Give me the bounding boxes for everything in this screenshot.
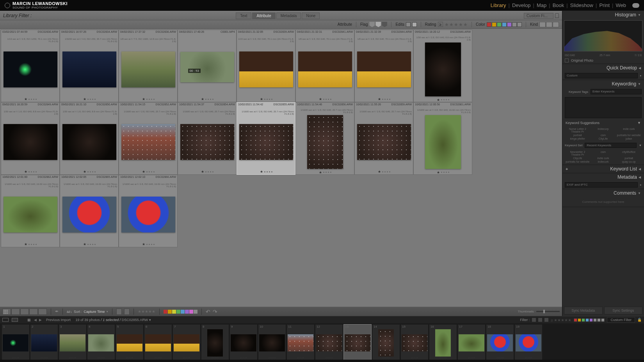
cell-rating[interactable]: ★ — [178, 96, 236, 102]
flag-pick-button[interactable] — [116, 309, 122, 315]
filmstrip-color-swatch[interactable] — [582, 318, 585, 322]
filmstrip-cell[interactable]: 4· · · · · — [87, 324, 115, 360]
grid-icon[interactable]: ▦ — [27, 318, 31, 322]
people-view-button[interactable] — [38, 309, 47, 315]
filmstrip-cell[interactable]: 3· · · · · — [59, 324, 87, 360]
grid-cell[interactable]: 04/02/2021 17:40:26C0001.MP400 : 53★ — [178, 30, 237, 102]
sort-dropdown[interactable]: Capture Time — [84, 310, 105, 314]
toolbar-color-swatch[interactable] — [172, 310, 176, 314]
filmstrip-color-swatch[interactable] — [578, 318, 581, 322]
filmstrip-thumbnail[interactable] — [174, 334, 199, 351]
grid-cell[interactable]: 09/02/2021 18:20:12DSC02846.ARW1/30 sec … — [413, 30, 472, 102]
cell-rating[interactable]: ★ — [178, 169, 236, 174]
filmstrip-color-swatch[interactable] — [601, 318, 605, 322]
grid-view[interactable]: 03/02/2021 07:44:59DSC02830.ARW1/13 sec … — [0, 29, 562, 307]
quick-develop-header[interactable]: Quick Develop◀ — [562, 64, 644, 72]
histogram-header[interactable]: Histogram▼ — [562, 11, 644, 19]
filmstrip-thumbnail[interactable] — [117, 334, 142, 351]
cell-rating[interactable]: ★ — [296, 96, 354, 102]
grid-cell[interactable]: 10/02/2021 11:55:26DSC02859.ARW1/1600 se… — [354, 102, 413, 175]
filmstrip-cell[interactable]: 7· · · · · — [173, 324, 201, 360]
filmstrip-cell[interactable]: 17· · · · · — [457, 324, 486, 360]
color-filter-swatch[interactable] — [507, 22, 512, 27]
grid-cell[interactable]: 10/02/2021 12:00:56DSC02861.ARW1/1600 se… — [413, 102, 472, 175]
thumbnail[interactable] — [180, 124, 234, 160]
cell-rating[interactable]: ★ — [119, 169, 177, 174]
nav-back-icon[interactable]: ◀ — [34, 318, 38, 322]
grid-cell[interactable]: 04/02/2021 16:57:26DSC02834.ARW1/3200 se… — [60, 30, 119, 102]
filmstrip-thumbnail[interactable] — [31, 334, 57, 351]
filmstrip-thumbnail[interactable] — [288, 334, 313, 351]
grid-cell[interactable]: 04/02/2021 21:32:05DSC02839.ARW1/15 sec … — [237, 30, 295, 102]
cell-rating[interactable]: ★ — [60, 241, 118, 247]
grid-cell[interactable]: 04/02/2021 17:37:32DSC02836.ARW1/8 sec a… — [119, 30, 178, 102]
grid-cell[interactable]: 10/02/2021 12:02:10DSC02866.ARW1/1600 se… — [119, 175, 178, 247]
survey-view-button[interactable] — [29, 309, 38, 315]
filmstrip-thumbnail[interactable] — [231, 334, 256, 351]
keyword-suggestion[interactable]: cityliftoffice — [617, 151, 641, 156]
cell-rating[interactable]: ★ — [355, 169, 413, 174]
filter-preset-dropdown[interactable]: Custom Fi... — [524, 13, 553, 19]
grid-cell[interactable]: 04/02/2021 21:32:31DSC02841.ARW1/8 sec a… — [295, 30, 354, 102]
color-filter-swatch[interactable] — [492, 22, 496, 27]
filmstrip-thumbnail[interactable] — [3, 334, 28, 351]
lock-icon[interactable] — [555, 13, 559, 18]
filmstrip-cell[interactable]: 11· · · · · — [286, 324, 315, 360]
filmstrip-cell[interactable]: 15· · · · · — [400, 324, 429, 360]
filter-tab-text[interactable]: Text — [236, 12, 251, 19]
keywording-header[interactable]: Keywording▼ — [562, 80, 644, 88]
thumbnail[interactable]: 00 : 53 — [180, 52, 234, 82]
nav-forward-icon[interactable]: ▶ — [39, 318, 43, 322]
filmstrip-thumbnail[interactable] — [487, 334, 513, 351]
filmstrip-thumbnail[interactable] — [345, 334, 370, 351]
filmstrip-thumbnail[interactable] — [60, 334, 85, 351]
keyword-suggestion[interactable]: indiecorp — [591, 128, 616, 133]
cell-rating[interactable]: ★ — [237, 96, 295, 102]
grid-view-button[interactable] — [2, 309, 11, 315]
keyword-list-header[interactable]: +Keyword List◀ — [562, 165, 644, 173]
keyword-suggestion[interactable]: Nurse Letter 2 Theatre Pr — [566, 128, 590, 133]
keyword-suggestion[interactable]: CityLife — [566, 157, 590, 160]
color-filter-swatch[interactable] — [487, 22, 491, 27]
keyword-suggestion[interactable]: indiecork — [591, 160, 616, 163]
filmstrip-cell[interactable]: 14· · · · · — [372, 324, 400, 360]
sync-settings-button[interactable]: Sync Settings — [604, 307, 643, 314]
thumbnail[interactable] — [4, 124, 57, 160]
grid-cell[interactable]: 10/02/2021 11:54:37DSC02854.ARW1/1600 se… — [178, 102, 237, 175]
thumbnail[interactable] — [298, 51, 352, 87]
filmstrip-thumbnail[interactable] — [88, 334, 114, 351]
toolbar-color-swatch[interactable] — [176, 310, 180, 314]
thumbnail[interactable] — [357, 51, 411, 87]
filter-tab-metadata[interactable]: Metadata — [276, 12, 301, 19]
sync-metadata-button[interactable]: Sync Metadata — [564, 307, 603, 314]
rating-operator[interactable]: ≥ — [438, 22, 443, 27]
cell-rating[interactable]: ★ — [119, 241, 177, 247]
keyword-entry-textbox[interactable] — [565, 97, 642, 118]
keyword-suggestion[interactable]: portraits for website — [617, 134, 641, 137]
cell-rating[interactable]: ★ — [1, 96, 59, 102]
keyword-suggestion[interactable]: portraits for website — [566, 160, 590, 163]
filmstrip-rating-filter[interactable]: ≥ ★★★★★ — [551, 318, 571, 322]
module-book[interactable]: Book — [553, 2, 564, 8]
filmstrip-thumbnail[interactable] — [402, 334, 427, 351]
loupe-view-button[interactable] — [11, 309, 20, 315]
thumbnail[interactable] — [425, 43, 461, 96]
toolbar-color-swatch[interactable] — [194, 310, 197, 314]
filmstrip-thumbnail[interactable] — [378, 329, 394, 357]
keyword-tags-dropdown[interactable]: Enter Keywords — [591, 89, 642, 94]
second-window-icon[interactable] — [12, 318, 18, 322]
toolbar-color-swatch[interactable] — [181, 310, 185, 314]
filmstrip-thumbnail[interactable] — [316, 334, 342, 351]
rotate-cw-icon[interactable]: ↷ — [213, 309, 217, 315]
thumbnail[interactable] — [121, 124, 175, 160]
filter-flag-icon-3[interactable] — [544, 318, 548, 322]
filmstrip-color-swatch[interactable] — [589, 318, 593, 322]
filmstrip-color-swatch[interactable] — [597, 318, 601, 322]
main-window-icon[interactable] — [2, 318, 9, 322]
filmstrip-thumbnail[interactable] — [516, 334, 541, 351]
module-slideshow[interactable]: Slideshow — [570, 2, 593, 8]
metadata-preset-dropdown[interactable]: EXIF and IPTC — [565, 182, 638, 188]
kind-video-icon[interactable] — [553, 22, 559, 27]
grid-cell[interactable]: 10/02/2021 12:01:00DSC02862.ARW1/1600 se… — [1, 175, 60, 247]
toolbar-color-swatch[interactable] — [168, 310, 172, 314]
